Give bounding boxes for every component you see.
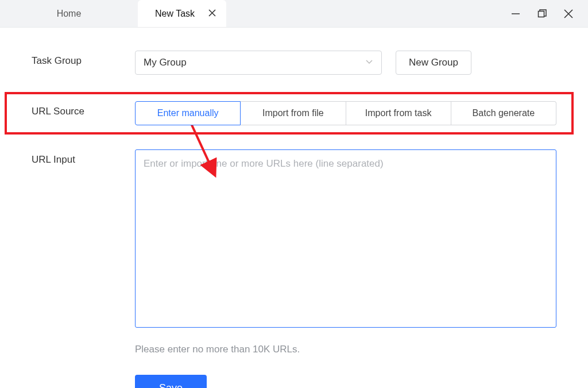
url-source-import-file[interactable]: Import from file — [241, 101, 346, 125]
url-source-options: Enter manually Import from file Import f… — [135, 101, 556, 125]
task-group-select[interactable]: My Group — [135, 51, 382, 75]
row-task-group: Task Group My Group New Group — [32, 51, 556, 75]
tab-bar: Home New Task — [0, 0, 588, 28]
new-group-label: New Group — [409, 57, 458, 68]
url-input-label: URL Input — [32, 149, 135, 166]
close-window-icon[interactable] — [563, 9, 574, 19]
chevron-down-icon — [365, 57, 373, 68]
task-group-selected: My Group — [144, 57, 187, 68]
url-source-label: URL Source — [32, 101, 135, 117]
url-input-hint: Please enter no more than 10K URLs. — [135, 344, 556, 355]
new-task-form: Task Group My Group New Group URL Source… — [0, 28, 588, 388]
new-group-button[interactable]: New Group — [396, 51, 471, 75]
url-source-import-task[interactable]: Import from task — [346, 101, 451, 125]
row-url-source: URL Source Enter manually Import from fi… — [5, 92, 574, 135]
tab-new-task[interactable]: New Task — [138, 0, 226, 27]
url-input-textarea[interactable] — [135, 149, 556, 328]
minimize-icon[interactable] — [510, 9, 521, 19]
window-controls — [510, 0, 582, 27]
url-source-enter-manually[interactable]: Enter manually — [135, 101, 241, 125]
tab-new-task-label: New Task — [155, 9, 195, 19]
maximize-icon[interactable] — [537, 9, 547, 19]
svg-rect-1 — [539, 11, 544, 17]
task-group-label: Task Group — [32, 51, 135, 67]
tab-home-label: Home — [57, 9, 82, 19]
row-url-input: URL Input Please enter no more than 10K … — [32, 149, 556, 388]
tab-home[interactable]: Home — [0, 0, 138, 27]
save-button[interactable]: Save — [135, 375, 207, 388]
close-tab-icon[interactable] — [208, 9, 216, 19]
url-source-batch-generate[interactable]: Batch generate — [451, 101, 556, 125]
